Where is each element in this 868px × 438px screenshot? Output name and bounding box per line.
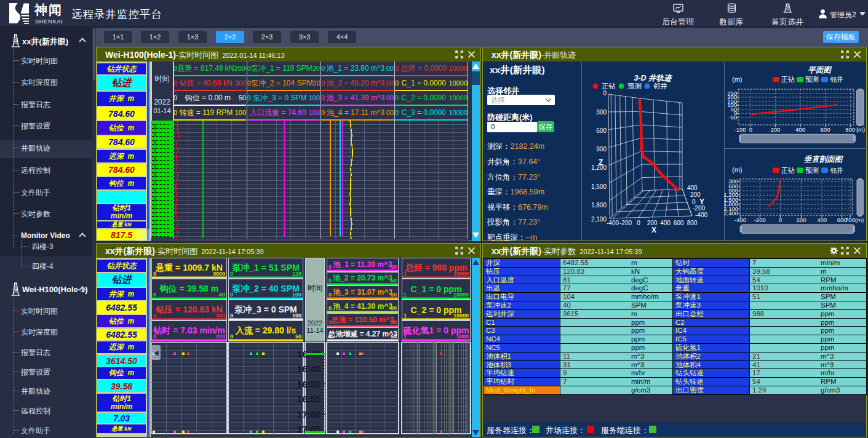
svg-text:805: 805 [153,164,157,170]
svg-text:600: 600 [674,220,684,226]
svg-text:806: 806 [153,172,157,178]
svg-text:-400: -400 [735,217,746,223]
svg-text:813: 813 [153,228,157,234]
svg-text:809: 809 [153,196,157,202]
svg-text:400: 400 [660,220,671,226]
svg-text:200: 200 [797,217,806,223]
svg-text:(m): (m) [732,76,743,83]
svg-text:平面图: 平面图 [808,66,832,74]
svg-text:-200: -200 [754,217,766,223]
svg-text:800: 800 [845,126,855,133]
svg-text:2,400: 2,400 [724,210,738,217]
svg-text:800: 800 [153,124,157,130]
svg-text:810: 810 [153,204,157,210]
svg-text:600: 600 [821,126,830,133]
svg-text:预测: 预测 [805,167,819,174]
svg-text:812: 812 [153,220,157,226]
svg-text:2,100: 2,100 [591,216,607,223]
svg-text:900: 900 [596,146,607,153]
svg-text:0: 0 [637,220,640,226]
svg-text:400: 400 [795,126,805,133]
svg-text:1,800: 1,800 [591,202,607,209]
svg-text:垂直剖面图: 垂直剖面图 [804,155,843,164]
svg-text:X: X [651,226,656,234]
svg-text:(m): (m) [732,166,743,173]
svg-text:801: 801 [153,132,157,138]
svg-text:预测: 预测 [627,82,642,90]
svg-text:802: 802 [153,140,157,146]
svg-text:700: 700 [845,217,855,223]
svg-text:800: 800 [687,220,698,226]
svg-text:Y: Y [699,197,704,206]
svg-text:807: 807 [153,180,157,186]
svg-text:811: 811 [153,212,157,218]
svg-text:400: 400 [817,217,827,223]
svg-text:正钻: 正钻 [602,82,616,90]
svg-text:正钻: 正钻 [781,167,795,174]
svg-text:3-D 井轨迹: 3-D 井轨迹 [634,74,673,82]
svg-text:200: 200 [770,126,780,133]
svg-text:0: 0 [692,199,696,205]
svg-text:0: 0 [749,126,752,133]
svg-text:0: 0 [779,217,782,223]
svg-text:邻井: 邻井 [653,82,668,90]
svg-text:0: 0 [603,90,607,97]
svg-text:400: 400 [687,185,698,191]
svg-text:-400: -400 [607,220,619,226]
svg-text:600: 600 [596,127,607,134]
svg-text:-200: -200 [619,220,632,226]
svg-text:1,500: 1,500 [591,183,607,190]
svg-text:Z: Z [599,158,603,167]
svg-text:300: 300 [596,109,607,116]
svg-text:-400: -400 [695,212,707,218]
svg-text:-100: -100 [734,126,746,133]
svg-text:808: 808 [153,188,157,194]
svg-text:(m): (m) [855,217,864,223]
svg-text:邻井: 邻井 [830,76,843,83]
svg-text:正钻: 正钻 [781,76,795,83]
svg-text:803: 803 [153,148,157,154]
svg-text:邻井: 邻井 [830,167,843,174]
svg-text:-50: -50 [728,114,737,121]
svg-text:804: 804 [153,156,157,162]
svg-text:(m): (m) [856,126,865,133]
svg-text:预测: 预测 [805,76,819,83]
